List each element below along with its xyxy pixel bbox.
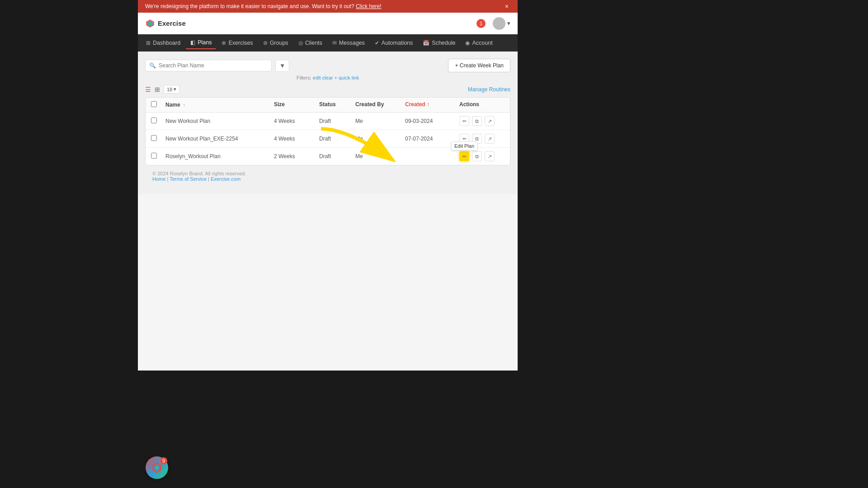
avatar [493,17,505,30]
logo-icon [145,19,155,28]
search-input[interactable] [159,62,268,69]
count-chevron: ▾ [174,86,176,92]
row2-checkbox [151,135,165,142]
row3-actions: Edit Plan ✏ ⧉ ↗ [459,151,505,161]
nav-item-automations[interactable]: ✔ Automations [370,37,417,49]
count-value: 18 [167,87,172,92]
row3-select[interactable] [151,153,157,159]
manage-routines-link[interactable]: Manage Routines [468,86,510,93]
site-link[interactable]: Exercise.com [211,176,241,182]
nav-item-groups[interactable]: ⊛ Groups [259,37,293,49]
messages-icon: ✉ [332,40,337,46]
clients-icon: ◎ [298,40,303,46]
row1-created: 09-03-2024 [405,118,459,124]
nav-item-exercises[interactable]: ⊕ Exercises [217,37,257,49]
footer: © 2024 Roselyn Brand. All rights reserve… [145,165,510,187]
content-area: 🔍 ▼ + Create Week Plan Filters: edit cle… [138,52,518,194]
filters-clear-link[interactable]: clear [322,75,333,80]
nav-label-account: Account [472,40,492,46]
notification-badge[interactable]: 1 [476,19,486,28]
row2-name: New Workout Plan_EXE-2254 [165,136,274,142]
filters-label: Filters: [297,75,311,80]
copyright: © 2024 Roselyn Brand. All rights reserve… [152,171,246,176]
grid-view-icon[interactable]: ⊞ [155,86,160,93]
toolbar-row: 🔍 ▼ + Create Week Plan [145,59,510,72]
bottom-notification-bubble[interactable]: 9 [146,456,168,479]
row1-created-by: Me [355,118,405,124]
row1-checkbox [151,117,165,125]
plans-icon: ◧ [190,39,195,46]
filter-button[interactable]: ▼ [275,60,289,72]
terms-link[interactable]: Terms of Service [170,176,207,182]
row3-edit-wrapper: Edit Plan ✏ [459,151,469,161]
row1-share-button[interactable]: ↗ [485,116,495,126]
nav-item-dashboard[interactable]: ⊞ Dashboard [142,37,185,49]
row3-name: Roselyn_Workout Plan [165,153,274,160]
search-icon: 🔍 [149,62,156,69]
search-box: 🔍 [145,60,272,71]
groups-icon: ⊛ [263,40,268,46]
table-header: Name ↑ Size Status Created By Created ↑ … [146,98,510,113]
nav-item-clients[interactable]: ◎ Clients [294,37,327,49]
edit-tooltip: Edit Plan [451,141,477,150]
nav-label-automations: Automations [382,40,413,46]
nav-item-schedule[interactable]: 📅 Schedule [418,37,460,49]
announcement-banner: We're redesigning the platform to make i… [138,0,518,13]
count-badge[interactable]: 18 ▾ [164,85,179,94]
nav-label-clients: Clients [305,40,322,46]
nav-label-groups: Groups [270,40,288,46]
col-checkbox-header [151,101,165,108]
filters-edit-link[interactable]: edit [313,75,321,80]
banner-close-button[interactable]: × [503,3,510,10]
nav-item-plans[interactable]: ◧ Plans [186,37,216,49]
row3-copy-button[interactable]: ⧉ [472,151,482,161]
row3-size: 2 Weeks [274,153,319,160]
plans-table: Name ↑ Size Status Created By Created ↑ … [145,97,510,165]
chevron-down-icon: ▾ [507,20,510,27]
row3-status: Draft [319,153,355,160]
list-view-icon[interactable]: ☰ [145,86,151,93]
row1-name: New Workout Plan [165,118,274,124]
nav-label-exercises: Exercises [228,40,253,46]
row2-share-button[interactable]: ↗ [485,134,495,144]
nav-label-messages: Messages [339,40,365,46]
col-status-header: Status [319,101,355,108]
select-all-checkbox[interactable] [151,101,157,107]
app-logo: Exercise [145,19,186,28]
nav-item-account[interactable]: ◉ Account [461,37,497,49]
automations-icon: ✔ [375,40,379,46]
filters-quick-link[interactable]: + quick link [335,75,359,80]
nav-label-plans: Plans [198,39,212,46]
app-header: Exercise 1 ▾ [138,13,518,34]
nav-label-dashboard: Dashboard [153,40,180,46]
row1-size: 4 Weeks [274,118,319,124]
create-week-plan-button[interactable]: + Create Week Plan [448,59,510,72]
row1-select[interactable] [151,117,157,123]
col-created-by-header: Created By [355,101,405,108]
row3-created-by: Me [355,153,405,160]
row1-edit-button[interactable]: ✏ [459,116,469,126]
table-row: New Workout Plan 4 Weeks Draft Me 09-03-… [146,113,510,130]
row3-checkbox [151,153,165,160]
row1-copy-button[interactable]: ⧉ [472,116,482,126]
row2-select[interactable] [151,135,157,141]
home-link[interactable]: Home [152,176,165,182]
list-controls: ☰ ⊞ 18 ▾ Manage Routines [145,85,510,94]
nav-label-schedule: Schedule [432,40,455,46]
nav-item-messages[interactable]: ✉ Messages [328,37,369,49]
col-name-header[interactable]: Name ↑ [165,101,274,108]
row2-size: 4 Weeks [274,136,319,142]
filter-icon: ▼ [279,62,285,69]
row2-created-by: Me [355,136,405,142]
row3-share-button[interactable]: ↗ [485,151,495,161]
account-menu[interactable]: ▾ [493,17,510,30]
row1-actions: ✏ ⧉ ↗ [459,116,505,126]
account-icon: ◉ [465,40,470,46]
row3-edit-button[interactable]: ✏ [459,151,469,161]
row2-status: Draft [319,136,355,142]
banner-link[interactable]: Click here! [356,3,382,9]
col-size-header: Size [274,101,319,108]
col-created-header[interactable]: Created ↑ [405,101,459,108]
bubble-badge: 9 [160,457,167,465]
filters-row: Filters: edit clear + quick link [145,75,510,80]
